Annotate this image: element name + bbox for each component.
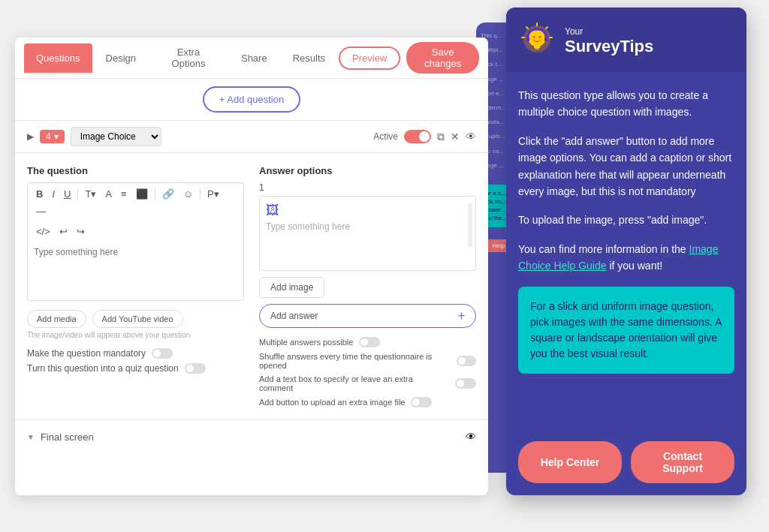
svg-point-9 [533, 36, 535, 38]
bold-button[interactable]: B [34, 188, 45, 200]
italic-button[interactable]: I [50, 188, 57, 200]
tips-text-4-suffix: if you want! [609, 260, 662, 272]
tab-share[interactable]: Share [229, 44, 279, 73]
multiple-answers-row: Multiple answers possible [259, 337, 476, 347]
question-area: The question B I U T▾ A ≡ ⬛ 🔗 ☺ P▾ — [27, 165, 244, 407]
upload-toggle[interactable] [411, 397, 432, 407]
fill-button[interactable]: A [103, 188, 114, 200]
tab-actions: Preview Save changes [339, 42, 479, 74]
shuffle-row: Shuffle answers every time the questionn… [259, 352, 476, 370]
image-placeholder-icon: 🖼 [266, 203, 469, 218]
tips-title-main: SurveyTips [565, 37, 653, 56]
quiz-label: Turn this question into a quiz question [27, 363, 179, 374]
answer-section-label: Answer options [259, 165, 476, 176]
svg-rect-12 [544, 37, 547, 42]
active-toggle[interactable] [404, 130, 431, 143]
text-box-row: Add a text box to specify or leave an ex… [259, 374, 476, 392]
final-screen-label-text: Final screen [41, 431, 94, 443]
text-color-button[interactable]: T▾ [83, 188, 98, 200]
preview-button[interactable]: Preview [339, 47, 400, 70]
question-number: 4 ▾ [40, 130, 65, 143]
undo-button[interactable]: ↩ [57, 225, 70, 238]
tips-text-3: To upload the image, press "add image". [518, 212, 734, 228]
tab-questions[interactable]: Questions [24, 44, 92, 73]
tab-extra-options[interactable]: Extra Options [149, 38, 228, 78]
tips-text-4: You can find more information in the Ima… [518, 241, 734, 275]
tips-title-your: Your [565, 26, 653, 37]
code-button[interactable]: </> [34, 225, 53, 238]
survey-editor: Questions Design Extra Options Share Res… [15, 38, 488, 495]
answer-box: 🖼 Type something here [259, 196, 476, 271]
tips-header: Your SurveyTips [506, 8, 746, 72]
mandatory-row: Make the question mandatory [27, 348, 244, 359]
add-image-button[interactable]: Add image [259, 277, 324, 298]
tips-text-2: Click the "add answer" button to add mor… [518, 133, 734, 200]
mandatory-toggle[interactable] [152, 348, 173, 359]
underline-button[interactable]: U [62, 188, 73, 200]
format-toolbar: B I U T▾ A ≡ ⬛ 🔗 ☺ P▾ — [27, 182, 244, 222]
link-button[interactable]: 🔗 [160, 188, 176, 200]
svg-point-10 [539, 36, 541, 38]
add-question-toolbar: + Add question [15, 79, 488, 121]
duplicate-icon[interactable]: ⧉ [437, 131, 445, 143]
mandatory-options: Make the question mandatory Turn this qu… [27, 348, 244, 374]
tips-title: Your SurveyTips [565, 26, 653, 56]
add-youtube-button[interactable]: Add YouTube video [92, 310, 183, 328]
upload-label: Add button to upload an extra image file [259, 398, 405, 407]
answer-options-list: Multiple answers possible Shuffle answer… [259, 337, 476, 407]
question-row-actions: Active ⧉ ✕ 👁 [373, 130, 476, 143]
multiple-answers-label: Multiple answers possible [259, 338, 353, 347]
editor-body: The question B I U T▾ A ≡ ⬛ 🔗 ☺ P▾ — [15, 153, 488, 419]
media-buttons: Add media Add YouTube video [27, 310, 244, 328]
answer-scrollbar[interactable] [468, 203, 472, 248]
help-center-button[interactable]: Help Center [518, 441, 622, 483]
svg-line-5 [546, 27, 547, 29]
redo-button[interactable]: ↪ [74, 225, 87, 238]
add-answer-button[interactable]: Add answer + [259, 304, 476, 328]
upload-row: Add button to upload an extra image file [259, 397, 476, 407]
add-question-button[interactable]: + Add question [203, 86, 300, 113]
emoji-button[interactable]: ☺ [181, 188, 195, 200]
quiz-row: Turn this question into a quiz question [27, 363, 244, 374]
add-media-button[interactable]: Add media [27, 310, 86, 328]
answer-number: 1 [259, 182, 476, 193]
hr-button[interactable]: — [34, 205, 48, 218]
list-button[interactable]: ⬛ [134, 188, 150, 200]
answer-placeholder-text: Type something here [266, 221, 469, 232]
tab-design[interactable]: Design [94, 44, 148, 73]
text-box-label: Add a text box to specify or leave an ex… [259, 374, 449, 392]
plus-icon: + [458, 309, 465, 323]
svg-rect-11 [526, 37, 529, 42]
final-screen-toggle[interactable]: ▼ Final screen [27, 431, 94, 443]
question-section-label: The question [27, 165, 244, 176]
quiz-toggle[interactable] [185, 363, 206, 374]
tips-panel: Your SurveyTips This question type allow… [506, 8, 746, 495]
final-screen-eye-icon[interactable]: 👁 [466, 431, 476, 443]
delete-icon[interactable]: ✕ [451, 131, 460, 143]
align-button[interactable]: ≡ [119, 188, 129, 200]
save-button[interactable]: Save changes [406, 42, 479, 74]
tips-footer: Help Center Contact Support [506, 429, 746, 495]
shuffle-toggle[interactable] [457, 356, 476, 366]
add-answer-label: Add answer [270, 311, 318, 321]
question-type-select[interactable]: Image Choice Multiple Choice Text Answer [71, 127, 161, 146]
text-box-toggle[interactable] [455, 378, 476, 389]
eye-icon[interactable]: 👁 [466, 131, 476, 143]
separator1 [77, 188, 78, 200]
tips-highlight-block: For a slick and uniform image question, … [518, 287, 734, 374]
collapse-toggle[interactable]: ▶ [27, 131, 34, 142]
svg-rect-3 [535, 48, 539, 50]
mandatory-label: Make the question mandatory [27, 348, 146, 359]
question-input[interactable] [27, 241, 244, 301]
separator2 [155, 188, 155, 200]
paragraph-button[interactable]: P▾ [205, 188, 222, 200]
shuffle-label: Shuffle answers every time the questionn… [259, 352, 451, 370]
chevron-down-icon: ▼ [27, 433, 35, 441]
multiple-answers-toggle[interactable] [359, 337, 380, 347]
question-row: ▶ 4 ▾ Image Choice Multiple Choice Text … [15, 121, 488, 153]
tab-results[interactable]: Results [281, 44, 337, 73]
svg-rect-2 [534, 45, 540, 48]
final-screen-bar: ▼ Final screen 👁 [15, 419, 488, 453]
contact-support-button[interactable]: Contact Support [631, 441, 734, 483]
tabs-bar: Questions Design Extra Options Share Res… [15, 38, 488, 79]
